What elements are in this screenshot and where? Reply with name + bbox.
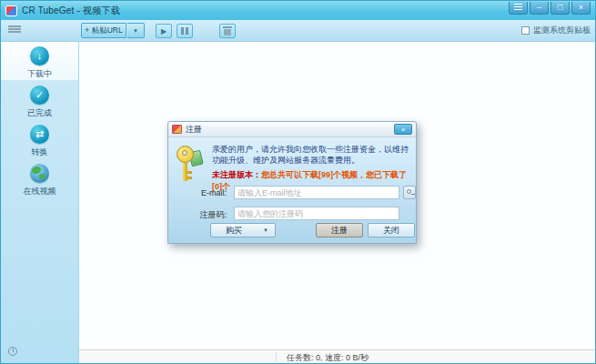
buy-dropdown-button[interactable]: ▼ <box>257 223 276 238</box>
register-code-label: 注册码: <box>179 209 227 221</box>
key-button[interactable] <box>403 186 416 199</box>
dialog-body: 亲爱的用户，请允许我向您收取一些注册资金，以维持功能升级、维护及网站服务器流量费… <box>168 137 416 243</box>
delete-task-button[interactable] <box>219 24 236 38</box>
dialog-close-button[interactable]: × <box>394 124 412 135</box>
menu-icon <box>514 2 522 12</box>
convert-icon: ⇄ <box>30 125 49 144</box>
email-field[interactable] <box>234 186 399 199</box>
checkbox-icon <box>521 26 530 35</box>
close-button[interactable]: × <box>571 2 591 15</box>
sidebar-item-label: 转换 <box>1 147 78 158</box>
buy-button[interactable]: 购买 <box>210 223 258 238</box>
schedule-clock-icon[interactable] <box>8 347 17 356</box>
sidebar-item-label: 已完成 <box>1 107 78 119</box>
clipboard-monitor-label: 监测系统剪贴板 <box>533 25 591 36</box>
close-icon: × <box>401 126 406 134</box>
chevron-down-icon: ▼ <box>263 228 268 233</box>
sidebar-item-online-video[interactable]: 在线视频 <box>1 159 78 198</box>
start-download-button[interactable]: ▶ <box>156 24 172 38</box>
play-icon: ▶ <box>161 27 167 35</box>
key-illustration-icon <box>176 146 208 184</box>
globe-icon <box>30 164 49 183</box>
dialog-message: 亲爱的用户，请允许我向您收取一些注册资金，以维持功能升级、维护及网站服务器流量费… <box>212 144 410 166</box>
toolbar: + 粘贴URL ▼ ▶ 监测系统剪贴板 <box>1 20 595 42</box>
sidebar-item-label: 在线视频 <box>1 186 78 197</box>
sidebar-item-downloading[interactable]: ↓ 下载中 <box>1 42 78 81</box>
sidebar-item-convert[interactable]: ⇄ 转换 <box>1 120 78 159</box>
statusbar: 任务数: 0, 速度: 0 B/秒 <box>79 349 595 363</box>
view-grid-icon[interactable] <box>8 25 21 36</box>
window-title: CR TubeGet - 视频下载 <box>22 5 120 17</box>
register-dialog: 注册 × 亲爱的用户，请允许我向您收取一些注册资金，以维持功能升级、维护及网站服… <box>167 121 417 244</box>
status-text: 任务数: 0, 速度: 0 B/秒 <box>287 352 369 364</box>
check-icon: ✓ <box>30 86 49 105</box>
menu-button[interactable] <box>509 2 528 15</box>
app-icon <box>5 5 17 16</box>
clipboard-monitor-checkbox[interactable]: 监测系统剪贴板 <box>521 25 591 36</box>
pause-download-button[interactable] <box>177 24 193 38</box>
statusbar-separator <box>276 352 277 361</box>
dialog-icon <box>172 125 182 134</box>
pause-icon <box>181 27 184 35</box>
download-icon: ↓ <box>30 46 49 66</box>
paste-url-dropdown-button[interactable]: ▼ <box>127 23 145 38</box>
dialog-titlebar: 注册 × <box>168 122 416 137</box>
trash-icon <box>223 26 232 28</box>
register-button[interactable]: 注册 <box>316 223 363 238</box>
dialog-title: 注册 <box>186 124 202 136</box>
minimize-button[interactable]: – <box>530 2 549 15</box>
unregistered-label: 未注册版本： <box>212 170 261 179</box>
sidebar-item-label: 下载中 <box>1 68 78 80</box>
sidebar: ↓ 下载中 ✓ 已完成 ⇄ 转换 在线视频 <box>1 42 79 363</box>
titlebar: CR TubeGet - 视频下载 – □ × <box>1 1 595 20</box>
email-label: E-mail: <box>179 188 227 197</box>
register-code-field[interactable] <box>234 207 399 220</box>
app-window: CR TubeGet - 视频下载 – □ × + 粘贴URL ▼ ▶ 监测系统… <box>0 0 596 364</box>
paste-url-button[interactable]: + 粘贴URL <box>81 23 126 38</box>
window-controls: – □ × <box>509 1 591 20</box>
close-dialog-button[interactable]: 关闭 <box>368 223 415 238</box>
chevron-down-icon: ▼ <box>133 28 138 34</box>
sidebar-item-completed[interactable]: ✓ 已完成 <box>1 81 78 120</box>
maximize-button[interactable]: □ <box>551 2 570 15</box>
